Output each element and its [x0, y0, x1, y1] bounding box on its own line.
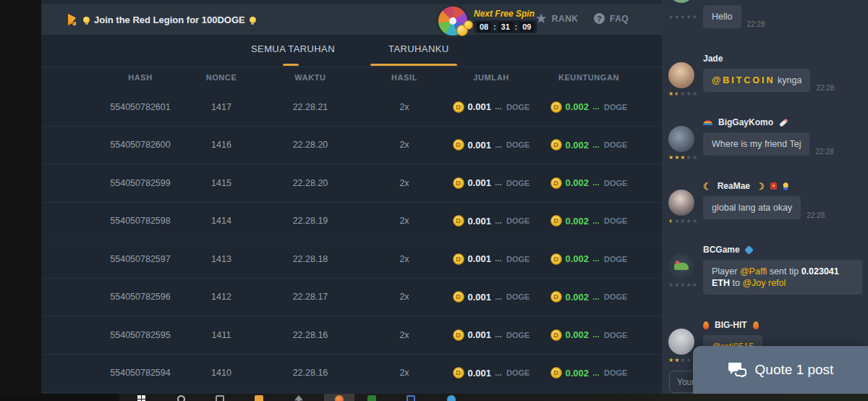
star-icon: ★ [674, 14, 679, 20]
cell-nonce: 1412 [187, 292, 256, 302]
username[interactable]: BigGayKomo [718, 117, 773, 127]
code-editor-icon[interactable] [407, 395, 415, 401]
avatar[interactable] [668, 329, 694, 355]
header-jumlah: JUMLAH [444, 73, 538, 82]
table-row[interactable]: 554050782594 1410 22.28.16 2x D 0.001… D… [41, 355, 662, 393]
task-view-icon[interactable] [216, 395, 224, 401]
truncation-ellipsis: … [592, 255, 600, 263]
cell-keuntungan: D 0.002… DOGE [538, 177, 639, 189]
faq-button[interactable]: ? FAQ [594, 13, 629, 24]
user-star-rating: ★★★★★★ [668, 91, 700, 97]
coin-icon [464, 20, 473, 30]
cell-waktu: 22.28.18 [256, 254, 365, 264]
truncation-ellipsis: … [495, 103, 503, 111]
active-app-slot[interactable] [324, 394, 354, 401]
cell-jumlah: D 0.001… DOGE [444, 101, 538, 113]
tab-indicator-short [283, 64, 299, 66]
chat-message-list[interactable]: ★★★★★ Joy refol Hello 22:28 ★★★★★★ Jade [662, 0, 868, 365]
cell-jumlah: D 0.001… DOGE [444, 367, 538, 379]
bet-amount: 0.001 [468, 329, 492, 340]
taskbar [0, 394, 868, 401]
table-row[interactable]: 554050782600 1416 22.28.20 2x D 0.001… D… [41, 127, 662, 165]
truncation-ellipsis: … [592, 331, 600, 339]
user-star-rating: ★★★★★ [668, 14, 700, 20]
file-explorer-icon[interactable] [255, 395, 263, 401]
currency-label: DOGE [604, 292, 627, 301]
cell-hash: 554050782601 [94, 102, 187, 112]
table-row[interactable]: 554050782597 1413 22.28.18 2x D 0.001… D… [41, 240, 662, 279]
excel-icon[interactable] [367, 395, 376, 401]
bets-tabs: SEMUA TARUHAN TARUHANKU [41, 35, 662, 67]
megaphone-icon [61, 14, 76, 25]
tab-all-bets[interactable]: SEMUA TARUHAN [251, 43, 335, 54]
avatar[interactable] [668, 190, 694, 216]
table-row[interactable]: 554050782596 1412 22.28.17 2x D 0.001… D… [41, 279, 662, 317]
table-row[interactable]: 554050782599 1415 22.28.20 2x D 0.001… D… [41, 164, 662, 203]
mention-link[interactable]: @BITCOIN [712, 75, 775, 85]
skype-icon[interactable] [447, 395, 456, 401]
cell-keuntungan: D 0.002… DOGE [538, 215, 639, 227]
currency-label: DOGE [604, 103, 627, 111]
bet-amount: 0.001 [468, 253, 492, 264]
header-keuntungan: KEUNTUNGAN [538, 73, 639, 82]
doge-coin-icon: D [453, 177, 464, 189]
cell-nonce: 1410 [187, 368, 256, 378]
star-icon: ★ [668, 282, 673, 288]
rank-button[interactable]: ★ RANK [536, 13, 579, 25]
currency-label: DOGE [604, 368, 627, 377]
star-icon: ★ [680, 282, 685, 288]
crocodile-avatar-icon [674, 263, 689, 270]
avatar[interactable] [668, 126, 694, 152]
chat-message: ★★★★★ BCGame Player @Paffi sent tip 0.02… [668, 243, 862, 295]
cell-waktu: 22.28.16 [256, 330, 365, 340]
truncation-ellipsis: … [495, 141, 503, 149]
doge-coin-icon: D [550, 329, 562, 341]
doge-coin-icon: D [453, 291, 464, 303]
star-icon: ★ [680, 14, 685, 20]
username[interactable]: BCGame [703, 245, 740, 255]
truncation-ellipsis: … [592, 141, 600, 149]
tab-my-bets[interactable]: TARUHANKU [388, 43, 449, 54]
cell-keuntungan: D 0.002… DOGE [538, 101, 639, 113]
cell-jumlah: D 0.001… DOGE [444, 177, 538, 189]
currency-label: DOGE [604, 179, 627, 187]
avatar[interactable] [668, 0, 694, 3]
announcement-banner[interactable]: Join the Red Legion for 100DOGE [61, 4, 256, 35]
table-row[interactable]: 554050782598 1414 22.28.19 2x D 0.001… D… [41, 203, 662, 241]
bet-amount: 0.001 [468, 292, 492, 303]
username[interactable]: BIG-HIT [715, 320, 747, 330]
currency-label: DOGE [506, 292, 529, 301]
doge-coin-icon: D [550, 291, 562, 303]
truncation-ellipsis: … [495, 369, 503, 377]
star-icon: ★ [692, 91, 697, 97]
cell-hasil: 2x [365, 368, 444, 378]
username[interactable]: Jade [703, 54, 723, 64]
star-icon: ★ [668, 14, 673, 20]
app-icon[interactable] [294, 395, 303, 401]
chat-bubble: global lang ata okay [703, 196, 801, 219]
username[interactable]: ReaMae [718, 181, 750, 191]
cell-jumlah: D 0.001… DOGE [444, 215, 538, 227]
cell-hash: 554050782600 [94, 140, 187, 150]
table-row[interactable]: 554050782595 1411 22.28.16 2x D 0.001… D… [41, 316, 662, 355]
truncation-ellipsis: … [592, 369, 600, 377]
cell-nonce: 1415 [187, 178, 256, 188]
truncation-ellipsis: … [495, 217, 503, 225]
windows-start-icon[interactable] [137, 395, 146, 401]
star-icon: ★ [668, 155, 673, 161]
quote-post-button[interactable]: Quote 1 post [693, 346, 868, 394]
cell-hash: 554050782595 [94, 330, 187, 340]
bet-amount: 0.001 [468, 368, 492, 379]
search-icon[interactable] [177, 395, 185, 401]
red-envelope-icon [770, 182, 777, 190]
avatar[interactable] [668, 62, 694, 88]
mention-link[interactable]: @Joy refol [742, 278, 786, 288]
mention-link[interactable]: @Paffi [740, 266, 767, 277]
profit-amount: 0.002 [566, 101, 590, 112]
currency-label: DOGE [506, 331, 529, 339]
star-icon: ★ [680, 219, 685, 224]
header-hasil: HASIL [365, 73, 444, 82]
avatar[interactable] [668, 253, 694, 279]
table-row[interactable]: 554050782601 1417 22.28.21 2x D 0.001… D… [41, 88, 662, 127]
main-area: Join the Red Legion for 100DOGE Next Fre… [41, 0, 662, 394]
